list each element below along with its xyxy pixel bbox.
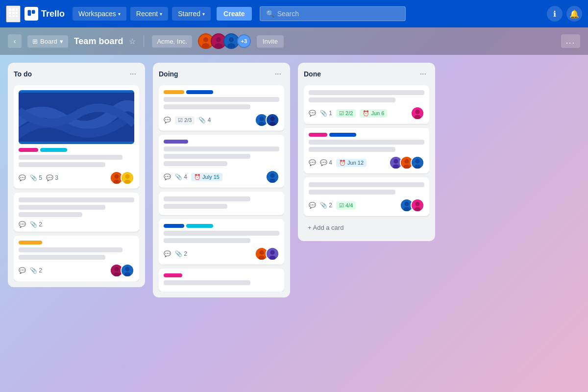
svg-point-22 (114, 174, 119, 179)
svg-rect-6 (9, 15, 11, 17)
svg-point-59 (415, 165, 421, 169)
label-row (164, 140, 279, 144)
card-label (19, 148, 38, 152)
invite-button[interactable]: Invite (257, 35, 284, 48)
comment-icon: 💬 (164, 250, 171, 257)
card-meta: 💬 ☑ 2/3 📎 4 (164, 113, 279, 127)
attachment-icon: 📎 2 (175, 250, 187, 257)
card[interactable]: 💬 📎 2 (159, 219, 284, 265)
svg-point-49 (415, 110, 419, 114)
grid-icon[interactable] (6, 5, 21, 23)
svg-point-34 (259, 117, 264, 121)
card-meta: 💬 📎 4 ⏰ July 15 (164, 170, 279, 184)
notifications-button[interactable]: 🔔 (566, 6, 582, 22)
sidebar-toggle-button[interactable]: ‹ (8, 34, 22, 48)
svg-point-52 (393, 159, 398, 164)
card[interactable]: 💬 📎 5 💬 3 (14, 85, 139, 189)
card[interactable]: 💬 📎 2 (14, 193, 139, 232)
card[interactable]: 💬 📎 4 ⏰ July 15 (159, 135, 284, 188)
svg-point-41 (270, 179, 276, 183)
card[interactable]: 💬 📎 1 ☑ 2/2 ⏰ Jun 6 (304, 85, 429, 124)
add-card-button[interactable]: + Add a card (304, 220, 429, 235)
card-avatars (255, 247, 279, 261)
board-view-button[interactable]: ⊞ Board ▾ (27, 35, 68, 48)
svg-rect-4 (12, 12, 15, 14)
starred-menu[interactable]: Starred ▾ (172, 7, 211, 21)
card-label (19, 241, 42, 245)
search-bar[interactable]: 🔍 (260, 6, 406, 21)
due-date-badge: ⏰ July 15 (191, 173, 222, 181)
attachment-icon: 📎 4 (198, 117, 211, 123)
svg-point-32 (124, 272, 131, 277)
due-date-badge: ⏰ Jun 12 (336, 159, 367, 167)
label-row (19, 148, 134, 152)
card-label (164, 140, 188, 144)
svg-rect-7 (12, 15, 15, 17)
workspaces-menu[interactable]: Workspaces ▾ (73, 7, 126, 21)
attachment-icon: 📎 5 (30, 174, 42, 181)
chevron-down-icon: ▾ (160, 11, 162, 17)
board-title: Team board (74, 36, 123, 47)
recent-menu[interactable]: Recent ▾ (130, 7, 168, 21)
svg-point-26 (124, 180, 131, 184)
chevron-down-icon: ▾ (118, 11, 121, 17)
workspace-button[interactable]: Acme, Inc. (152, 35, 192, 48)
search-icon: 🔍 (266, 10, 274, 18)
card-text (164, 147, 279, 151)
svg-rect-10 (32, 10, 35, 14)
bell-icon: 🔔 (569, 9, 579, 19)
checklist-badge: ☑ 2/3 (175, 116, 195, 124)
svg-point-12 (203, 37, 208, 42)
search-input[interactable] (277, 10, 399, 18)
attachment-icon: 📎 1 (320, 110, 332, 117)
column-cards: 💬 📎 1 ☑ 2/2 ⏰ Jun 6 (304, 85, 429, 235)
label-row (309, 133, 424, 137)
card-text (164, 238, 250, 243)
svg-point-35 (259, 122, 265, 126)
label-row (164, 90, 279, 94)
card-text (19, 197, 134, 202)
card-text (309, 147, 395, 152)
comment-icon: 💬 (19, 267, 26, 274)
info-button[interactable]: ℹ (547, 6, 563, 22)
svg-rect-5 (16, 12, 18, 14)
card-label (164, 90, 184, 94)
card-text (309, 140, 424, 145)
column-menu-button[interactable]: ··· (417, 69, 429, 79)
svg-rect-1 (12, 8, 15, 11)
svg-point-23 (114, 180, 120, 184)
card[interactable]: 💬 📎 2 (14, 236, 139, 281)
more-options-button[interactable]: ... (561, 34, 580, 48)
label-row (164, 273, 279, 277)
column-cards: 💬 📎 5 💬 3 (14, 85, 139, 281)
attachment-icon: 📎 2 (30, 221, 42, 228)
checklist-badge: ☑ 2/2 (336, 109, 356, 118)
card-label (164, 224, 184, 228)
card-text (19, 255, 105, 260)
comment-icon: 💬 (309, 202, 316, 209)
card-text (19, 205, 105, 210)
card[interactable] (159, 269, 284, 292)
attachment-icon: 📎 4 (175, 173, 187, 180)
svg-rect-3 (9, 12, 11, 14)
board-header: ‹ ⊞ Board ▾ Team board ☆ Acme, Inc. (0, 27, 588, 55)
divider (144, 35, 144, 47)
chevron-down-icon: ▾ (202, 11, 205, 17)
card-meta: 💬 📎 2 ☑ 4/4 (309, 198, 424, 212)
avatar-mini (266, 113, 279, 127)
card[interactable]: 💬 💬 4 ⏰ Jun 12 (304, 128, 429, 173)
column-todo: To do ··· (8, 63, 145, 287)
column-done: Done ··· 💬 📎 1 ☑ 2/2 ⏰ Jun 6 (298, 63, 435, 241)
column-menu-button[interactable]: ··· (127, 69, 139, 79)
svg-point-50 (415, 115, 421, 120)
star-button[interactable]: ☆ (129, 37, 136, 46)
card[interactable]: 💬 ☑ 2/3 📎 4 (159, 85, 284, 131)
svg-point-58 (415, 159, 419, 164)
column-menu-button[interactable]: ··· (272, 69, 284, 79)
card-text (164, 161, 227, 166)
trello-logo[interactable]: Trello (24, 7, 65, 21)
create-button[interactable]: Create (217, 7, 252, 21)
card[interactable]: 💬 📎 2 ☑ 4/4 (304, 177, 429, 216)
card[interactable] (159, 192, 284, 215)
comment-icon: 💬 (164, 173, 171, 180)
